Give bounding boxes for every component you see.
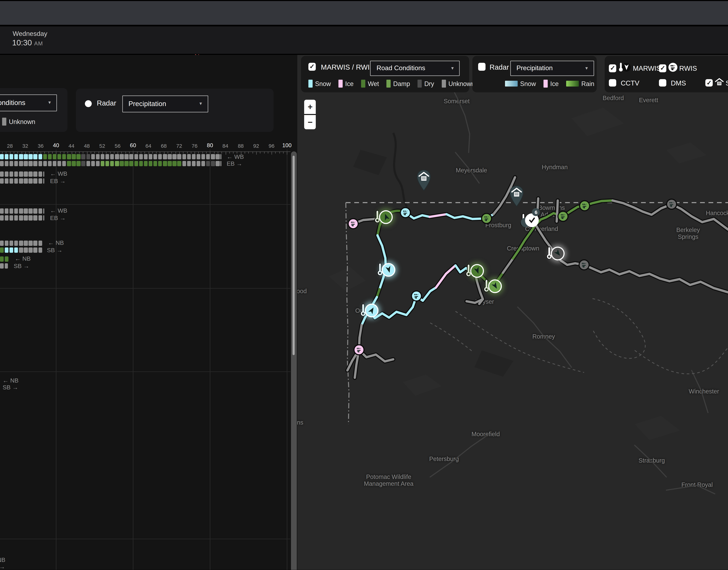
marwis-marker[interactable]	[360, 303, 379, 317]
road-condition-cell	[144, 161, 148, 166]
mile-tick	[175, 152, 176, 154]
road-condition-cell	[62, 161, 66, 166]
chart-gridline	[287, 149, 287, 570]
road-condition-cell	[38, 171, 42, 177]
road-condition-cell	[53, 154, 56, 159]
road-condition-cell	[211, 154, 215, 159]
panel-scrollbar-thumb[interactable]	[292, 156, 295, 355]
map-radar-checkbox[interactable]	[478, 63, 486, 70]
mile-tick	[79, 152, 80, 154]
mile-tick	[206, 152, 207, 154]
dms-checkbox[interactable]	[659, 79, 667, 87]
rwis-marker[interactable]	[558, 211, 569, 222]
road-condition-cell	[153, 161, 157, 166]
marwis-checkbox[interactable]: ✓	[609, 64, 617, 72]
marwis-marker[interactable]	[546, 246, 565, 260]
legend-item: Snow	[308, 80, 331, 87]
road-condition-cell	[14, 240, 18, 246]
direction-label: ← NB	[3, 377, 18, 383]
road-condition-cell	[29, 240, 32, 246]
timeline-bar: Wednesday 10:30 AM Now 6:30 PM	[0, 26, 728, 55]
map-road-conditions-dropdown[interactable]: Road Conditions ▼	[370, 60, 460, 76]
panel-road-conditions-dropdown[interactable]: Road Conditions ▼	[0, 94, 57, 111]
marwis-marker[interactable]	[377, 263, 396, 277]
mile-label: 40	[48, 142, 64, 148]
legend-item: Unknown	[2, 118, 35, 125]
layer-toggle-rwis[interactable]: ✓RWIS	[659, 63, 709, 74]
panel-scrollbar[interactable]	[291, 152, 297, 570]
road-condition-cell	[29, 247, 32, 253]
road-condition-cell	[134, 154, 138, 159]
road-condition-cell	[9, 247, 13, 253]
shed-marker[interactable]	[508, 185, 525, 209]
marwis-marker[interactable]	[483, 279, 502, 293]
shed-pin	[416, 169, 433, 191]
section-separator	[0, 539, 290, 539]
marwis-marker[interactable]	[465, 264, 484, 278]
zoom-in-button[interactable]: +	[304, 100, 316, 114]
rwis-marker[interactable]	[666, 199, 677, 210]
road-condition-cell	[43, 178, 44, 184]
cluster-marker[interactable]: 6	[520, 213, 539, 227]
map-zoom-control: + −	[304, 100, 316, 129]
road-condition-cell	[77, 154, 80, 159]
cctv-checkbox[interactable]	[609, 79, 617, 87]
road-condition-cell	[220, 154, 221, 159]
marwis-rwis-checkbox[interactable]: ✓	[308, 63, 316, 70]
mile-tick	[37, 152, 37, 154]
road-condition-cell	[5, 256, 8, 262]
rwis-marker[interactable]	[353, 344, 365, 355]
road-condition-cell	[129, 161, 133, 166]
marwis-rwis-label: MARWIS / RWIS	[321, 63, 375, 71]
road-condition-cell	[19, 240, 23, 246]
mile-tick	[156, 152, 156, 154]
layer-toggle-dms[interactable]: DMS	[659, 79, 705, 87]
layer-toggle-cctv[interactable]: CCTV	[609, 79, 659, 87]
road-condition-cell	[201, 161, 205, 166]
road-condition-cell	[33, 247, 37, 253]
map-precipitation-dropdown[interactable]: Precipitation ▼	[510, 60, 594, 76]
road-condition-cell	[5, 240, 8, 246]
road-condition-cell	[14, 154, 18, 159]
mile-tick	[98, 152, 99, 154]
mile-tick	[168, 152, 168, 154]
map-view[interactable]: SomersetMeyersdaleHyndmanBedfordEverettH…	[297, 55, 728, 570]
road-condition-cell	[125, 154, 128, 159]
shed-pin	[508, 185, 525, 207]
panel-precipitation-dropdown[interactable]: Precipitation ▼	[122, 95, 208, 112]
road-condition-cell	[0, 208, 4, 214]
road-condition-cell	[129, 154, 133, 159]
road-condition-cell	[158, 154, 162, 159]
layer-toggle-sh[interactable]: ✓Sh	[705, 78, 728, 87]
layer-toggle-marwis[interactable]: ✓MARWIS	[609, 62, 659, 74]
legend-item: Rain	[566, 80, 594, 87]
weather-station-icon	[669, 201, 675, 207]
road-condition-cell	[192, 161, 195, 166]
rwis-marker[interactable]	[481, 213, 492, 224]
shed-icon	[715, 78, 724, 85]
radar-radio-button[interactable]	[85, 100, 92, 107]
zoom-out-button[interactable]: −	[304, 115, 316, 129]
mile-label: 48	[79, 143, 95, 149]
road-condition-cell	[24, 215, 28, 221]
rwis-checkbox[interactable]: ✓	[659, 64, 667, 72]
mile-tick	[60, 152, 60, 154]
mile-tick	[221, 152, 222, 154]
legend-label: Rain	[581, 80, 594, 87]
shed-marker[interactable]	[416, 169, 433, 193]
road-condition-cell	[38, 154, 42, 159]
rwis-marker[interactable]	[579, 259, 590, 271]
sh-checkbox[interactable]: ✓	[705, 79, 713, 87]
marwis-marker[interactable]	[374, 210, 393, 224]
road-condition-cell	[9, 178, 13, 184]
mile-tick	[160, 152, 160, 154]
road-condition-cell	[38, 215, 42, 221]
rwis-marker[interactable]	[579, 200, 590, 211]
mile-tick	[267, 152, 268, 154]
road-condition-cell	[86, 154, 90, 159]
rwis-marker[interactable]	[348, 218, 359, 229]
direction-arrow-icon	[385, 266, 393, 274]
rwis-marker[interactable]	[400, 207, 411, 218]
road-condition-cell	[33, 154, 37, 159]
rwis-marker[interactable]	[411, 291, 422, 302]
